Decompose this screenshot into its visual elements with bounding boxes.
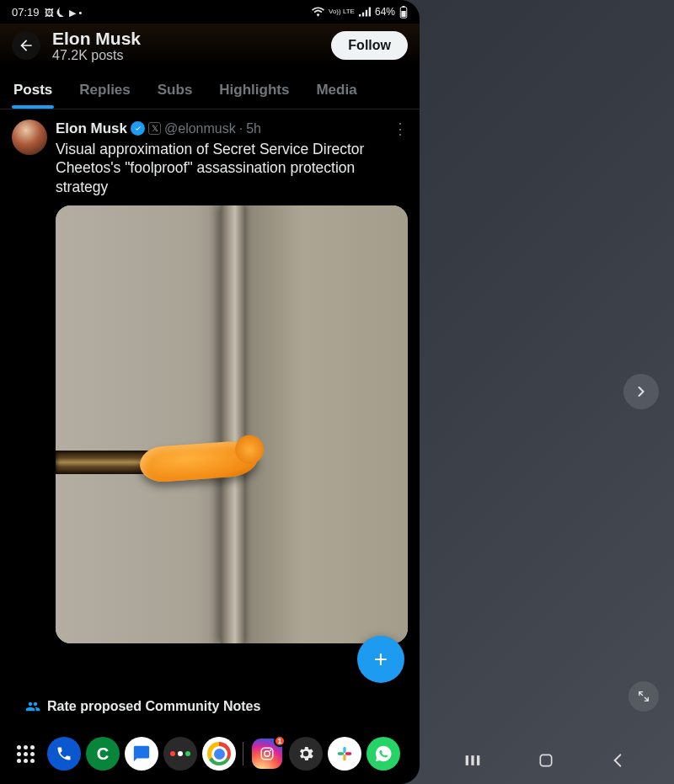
tweet-handle[interactable]: @elonmusk [164,121,236,136]
chevron-right-icon [633,383,650,400]
dock-instagram-app[interactable]: 1 [250,737,284,771]
svg-rect-12 [477,755,479,765]
app-drawer-icon [17,745,35,763]
tab-subs[interactable]: Subs [144,75,206,109]
battery-label: 64% [375,6,395,18]
avatar[interactable] [12,120,47,155]
dnd-icon: ⏾ [56,8,66,18]
image-door-trim [221,205,244,643]
tweet-time[interactable]: 5h [246,121,261,136]
svg-rect-9 [345,752,352,755]
follow-button[interactable]: Follow [331,31,408,60]
community-notes-label: Rate proposed Community Notes [47,699,260,714]
side-panel-next-button[interactable] [623,374,659,409]
separator: · [239,121,243,136]
tweet[interactable]: Elon Musk 𝕏 @elonmusk · 5h ⋮ Visual appr… [0,109,420,784]
compose-fab[interactable]: + [357,636,404,683]
tab-media[interactable]: Media [302,75,370,109]
org-badge-icon: 𝕏 [148,122,161,135]
svg-rect-7 [338,752,345,755]
profile-name: Elon Musk [52,29,319,48]
tweet-more-icon[interactable]: ⋮ [393,120,408,138]
tweet-image[interactable] [56,205,408,643]
whatsapp-icon [374,744,393,763]
status-left: 07:19 🖼 ⏾ ▶ • [12,6,82,19]
youtube-icon: ▶ [69,8,76,18]
device-nav-bar [438,752,657,769]
app-drawer-button[interactable] [8,737,42,771]
dot-icon: • [78,8,82,18]
app-pane: 07:19 🖼 ⏾ ▶ • Vo)) LTE 64% [0,0,420,784]
recents-icon [464,754,481,767]
status-indicator-icons: 🖼 ⏾ ▶ • [45,6,83,19]
dock-folder[interactable] [163,737,197,771]
recents-key[interactable] [464,754,484,767]
tweet-header: Elon Musk 𝕏 @elonmusk · 5h ⋮ [56,120,408,138]
wifi-icon [312,7,324,17]
folder-dots-icon [170,751,190,756]
status-right: Vo)) LTE 64% [312,6,408,19]
profile-tabs: Posts Replies Subs Highlights Media [0,67,420,109]
dock-slack-app[interactable] [328,737,361,771]
home-icon [538,752,554,769]
tab-highlights[interactable]: Highlights [206,75,302,109]
profile-post-count: 47.2K posts [52,48,319,63]
home-key[interactable] [538,752,558,769]
dock-dialer-app[interactable]: C [86,737,120,771]
svg-rect-10 [466,755,468,765]
back-icon [611,752,624,769]
tab-posts[interactable]: Posts [0,75,66,109]
community-notes-icon [25,699,40,714]
signal-icon [359,7,371,17]
verified-badge-icon [131,121,145,136]
svg-rect-11 [472,755,474,765]
chrome-icon [207,742,231,765]
profile-titles: Elon Musk 47.2K posts [52,29,319,63]
svg-rect-6 [343,747,345,754]
battery-icon [399,6,408,19]
image-door-right [232,205,408,643]
svg-point-4 [265,751,270,756]
tab-replies[interactable]: Replies [66,75,143,109]
dock-whatsapp-app[interactable] [366,737,400,771]
dock-phone-app[interactable] [47,737,81,771]
tweet-body: Elon Musk 𝕏 @elonmusk · 5h ⋮ Visual appr… [56,120,408,784]
expand-icon [637,690,650,703]
app-dock: C 1 [0,730,420,777]
phone-icon [56,745,72,762]
dock-messages-app[interactable] [125,737,158,771]
expand-button[interactable] [629,681,659,712]
messages-icon [132,744,151,763]
svg-point-5 [270,749,271,751]
back-key[interactable] [611,752,631,769]
dialer-icon: C [97,744,109,764]
slack-icon [336,745,353,762]
dock-chrome-app[interactable] [202,737,236,771]
svg-rect-2 [403,6,405,8]
profile-header: Elon Musk 47.2K posts Follow [0,24,420,67]
notification-badge: 1 [274,735,286,747]
tweet-text: Visual approximation of Secret Service D… [56,140,408,197]
community-notes-bar[interactable]: Rate proposed Community Notes [25,690,403,723]
image-icon: 🖼 [45,8,54,18]
svg-rect-13 [540,755,551,765]
status-bar: 07:19 🖼 ⏾ ▶ • Vo)) LTE 64% [0,0,420,24]
dock-divider [243,742,243,765]
volte-label: Vo)) LTE [329,8,355,14]
image-door-left [56,205,232,643]
plus-icon: + [374,646,388,673]
dock-settings-app[interactable] [289,737,323,771]
svg-rect-8 [343,755,345,761]
tweet-author[interactable]: Elon Musk [56,120,127,137]
clock: 07:19 [12,6,40,19]
gear-icon [297,744,315,763]
svg-rect-1 [401,11,405,17]
back-button[interactable] [12,31,40,60]
